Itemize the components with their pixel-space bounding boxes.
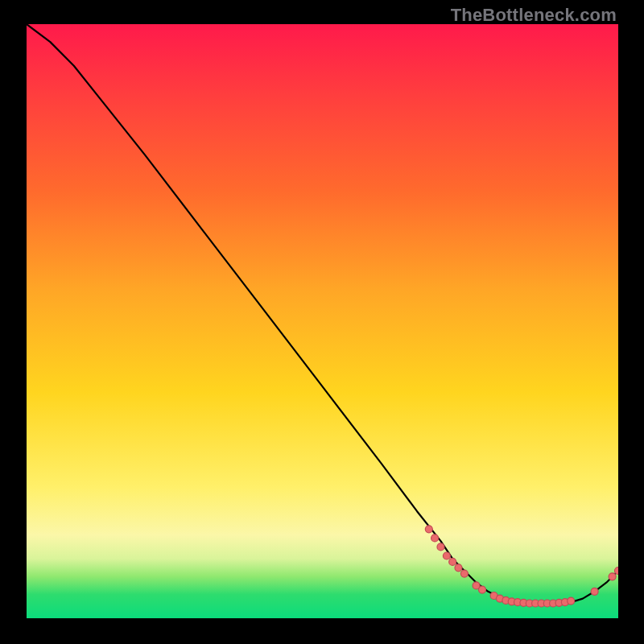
data-marker [437,543,444,551]
data-marker [425,526,432,533]
data-marker [479,586,486,593]
data-marker [609,573,616,580]
data-marker [431,535,439,542]
data-marker [455,564,462,572]
bottleneck-curve [27,24,618,604]
data-marker [460,570,468,577]
watermark-text: TheBottleneck.com [451,5,617,26]
data-marker [449,558,456,565]
curve-layer [27,24,618,618]
chart-stage: TheBottleneck.com [0,0,644,644]
data-marker [615,568,619,575]
data-marker [568,597,575,605]
data-marker [443,552,450,559]
heat-gradient-plot [27,24,618,618]
data-marker [591,588,598,595]
